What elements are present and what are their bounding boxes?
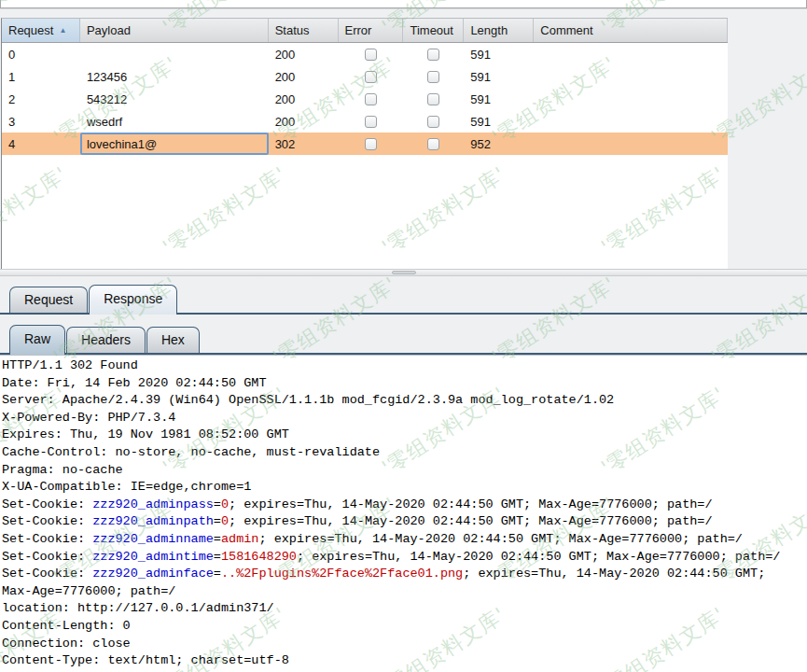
timeout-checkbox[interactable] xyxy=(427,93,439,105)
request-value: 3 xyxy=(8,115,15,129)
error-checkbox[interactable] xyxy=(365,138,377,150)
status-value: 200 xyxy=(275,115,296,129)
response-line: Cache-Control: no-store, no-cache, must-… xyxy=(2,444,807,462)
column-header-timeout[interactable]: Timeout xyxy=(403,19,464,42)
table-header-row: Request▲PayloadStatusErrorTimeoutLengthC… xyxy=(2,19,728,43)
error-checkbox[interactable] xyxy=(365,116,377,128)
timeout-cell xyxy=(403,65,464,88)
length-value: 591 xyxy=(470,115,491,129)
response-line: X-UA-Compatible: IE=edge,chrome=1 xyxy=(2,479,807,497)
timeout-checkbox[interactable] xyxy=(427,116,439,128)
tab-headers[interactable]: Headers xyxy=(66,327,146,353)
column-header-label: Timeout xyxy=(410,23,452,37)
payload-value: lovechina1@ xyxy=(87,137,157,151)
status-cell: 200 xyxy=(269,88,339,110)
length-cell: 952 xyxy=(464,133,534,155)
request-cell: 0 xyxy=(2,43,80,65)
status-cell: 302 xyxy=(269,133,339,155)
column-header-label: Comment xyxy=(540,23,592,37)
payload-cell: 123456 xyxy=(80,65,269,88)
length-cell: 591 xyxy=(464,88,534,110)
horizontal-splitter[interactable] xyxy=(0,269,807,276)
column-header-label: Payload xyxy=(87,23,131,37)
error-checkbox[interactable] xyxy=(365,71,377,83)
payload-value: 123456 xyxy=(87,70,127,84)
table-row[interactable]: 0200591 xyxy=(2,43,728,65)
payload-value: 543212 xyxy=(87,92,127,106)
payload-cell xyxy=(80,43,269,65)
length-value: 591 xyxy=(470,70,491,84)
column-header-label: Status xyxy=(275,23,310,37)
response-line: Content-Length: 0 xyxy=(2,618,807,636)
response-line: Set-Cookie: zzz920_adminface=..%2Fplugin… xyxy=(2,566,807,583)
request-cell: 4 xyxy=(2,133,80,155)
error-cell xyxy=(339,65,404,88)
length-value: 952 xyxy=(470,137,491,151)
request-value: 2 xyxy=(8,92,15,106)
timeout-checkbox[interactable] xyxy=(427,71,439,83)
error-checkbox[interactable] xyxy=(365,93,377,105)
column-header-request[interactable]: Request▲ xyxy=(2,19,80,42)
response-text-area[interactable]: HTTP/1.1 302 FoundDate: Fri, 14 Feb 2020… xyxy=(0,355,807,672)
payload-cell: lovechina1@ xyxy=(80,133,269,155)
timeout-cell xyxy=(403,110,464,133)
response-line: Set-Cookie: zzz920_adminname=admin; expi… xyxy=(2,531,807,549)
timeout-cell xyxy=(403,88,464,110)
tab-request[interactable]: Request xyxy=(9,287,88,313)
status-value: 302 xyxy=(275,137,296,151)
filter-bar[interactable] xyxy=(0,0,807,8)
comment-cell xyxy=(534,133,728,155)
tab-hex[interactable]: Hex xyxy=(146,327,200,353)
table-row[interactable]: 2543212200591 xyxy=(2,88,728,110)
status-value: 200 xyxy=(275,48,296,62)
length-cell: 591 xyxy=(464,43,534,65)
column-header-error[interactable]: Error xyxy=(339,19,404,42)
payload-value: wsedrf xyxy=(87,115,122,129)
column-header-payload[interactable]: Payload xyxy=(80,19,269,42)
column-header-status[interactable]: Status xyxy=(269,19,339,42)
tab-raw[interactable]: Raw xyxy=(9,325,65,355)
timeout-checkbox[interactable] xyxy=(427,49,439,61)
request-cell: 3 xyxy=(2,110,80,133)
status-value: 200 xyxy=(275,70,296,84)
response-line: Set-Cookie: zzz920_admintime=1581648290;… xyxy=(2,549,807,567)
payload-cell: 543212 xyxy=(80,88,269,110)
table-row[interactable]: 4lovechina1@302952 xyxy=(2,133,728,155)
response-line: X-Powered-By: PHP/7.3.4 xyxy=(2,410,807,427)
error-cell xyxy=(339,133,404,155)
request-value: 1 xyxy=(8,70,15,84)
status-cell: 200 xyxy=(269,65,339,88)
comment-cell xyxy=(534,88,728,110)
payload-cell: wsedrf xyxy=(80,110,269,133)
status-cell: 200 xyxy=(269,43,339,65)
message-viewer: RequestResponse RawHeadersHex HTTP/1.1 3… xyxy=(0,276,807,672)
request-value: 4 xyxy=(8,137,15,151)
main-tab-bar: RequestResponse xyxy=(0,276,807,315)
request-value: 0 xyxy=(8,48,15,62)
response-line: location: http://127.0.0.1/admin371/ xyxy=(2,600,807,618)
column-header-length[interactable]: Length xyxy=(464,19,534,42)
column-header-label: Request xyxy=(8,23,53,37)
request-cell: 2 xyxy=(2,88,80,110)
table-body[interactable]: 0200591112345620059125432122005913wsedrf… xyxy=(2,43,728,269)
sort-ascending-icon: ▲ xyxy=(59,26,66,35)
column-header-label: Length xyxy=(470,23,508,37)
table-row[interactable]: 1123456200591 xyxy=(2,65,728,88)
error-cell xyxy=(339,88,404,110)
length-cell: 591 xyxy=(464,110,534,133)
tab-response[interactable]: Response xyxy=(89,285,177,315)
error-cell xyxy=(339,43,404,65)
comment-cell xyxy=(534,43,728,65)
table-row[interactable]: 3wsedrf200591 xyxy=(2,110,728,133)
error-checkbox[interactable] xyxy=(365,49,377,61)
column-header-label: Error xyxy=(345,23,372,37)
column-header-comment[interactable]: Comment xyxy=(534,19,728,42)
response-line: HTTP/1.1 302 Found xyxy=(2,357,807,375)
response-line: Max-Age=7776000; path=/ xyxy=(2,583,807,601)
response-line: Server: Apache/2.4.39 (Win64) OpenSSL/1.… xyxy=(2,392,807,410)
request-cell: 1 xyxy=(2,65,80,88)
status-cell: 200 xyxy=(269,110,339,133)
response-line: Expires: Thu, 19 Nov 1981 08:52:00 GMT xyxy=(2,427,807,444)
timeout-checkbox[interactable] xyxy=(427,138,439,150)
splitter-grip-icon[interactable] xyxy=(392,271,416,274)
